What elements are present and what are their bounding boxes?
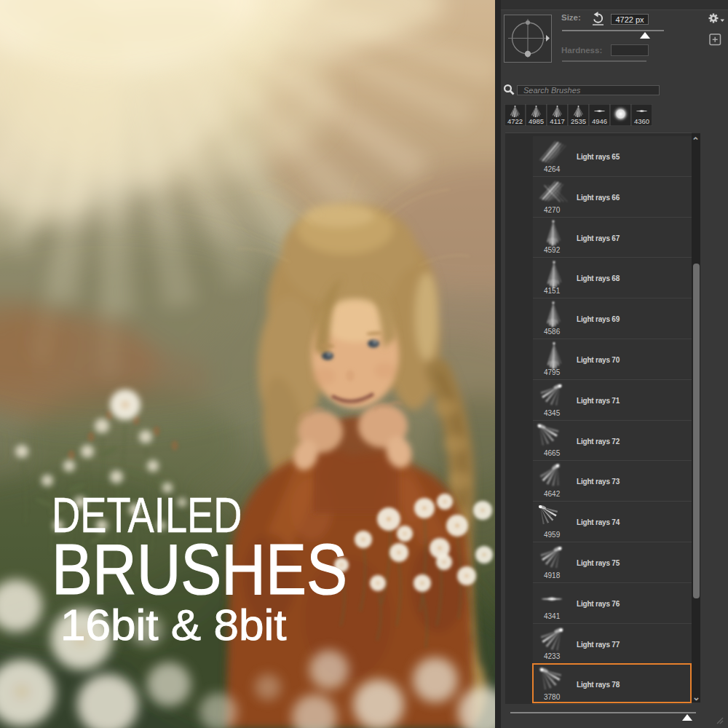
svg-text:4946: 4946 xyxy=(592,117,607,125)
svg-text:4360: 4360 xyxy=(634,117,649,125)
svg-text:4117: 4117 xyxy=(550,117,564,125)
svg-text:4985: 4985 xyxy=(529,117,544,125)
svg-text:4722: 4722 xyxy=(507,117,523,125)
svg-text:2535: 2535 xyxy=(571,117,586,125)
